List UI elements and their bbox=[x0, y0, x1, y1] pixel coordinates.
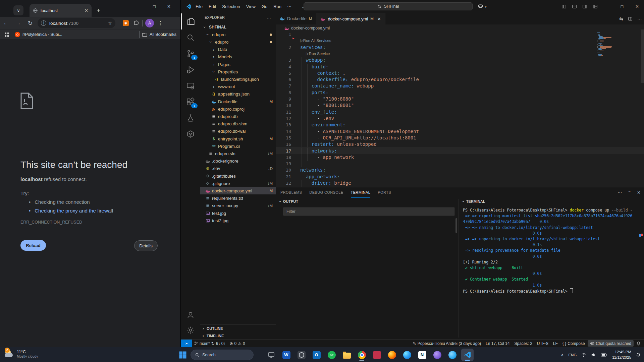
browser-menu-icon[interactable]: ⋮ bbox=[158, 20, 163, 26]
tree-item-edupro-sln[interactable]: edupro.sln↓M bbox=[200, 150, 276, 157]
panel-tab-terminal[interactable]: TERMINAL bbox=[351, 187, 371, 198]
explorer-icon[interactable] bbox=[181, 13, 200, 29]
blue-app-icon[interactable] bbox=[446, 349, 459, 361]
output-section-header[interactable]: › OUTPUT bbox=[280, 199, 298, 203]
tree-item--gitattributes[interactable]: .gitattributes bbox=[200, 172, 276, 180]
edge-app-icon[interactable] bbox=[401, 349, 413, 361]
volume-icon[interactable] bbox=[591, 352, 596, 357]
blame-status[interactable]: ✎ Popescu-Ilioniu Andrei (3 days ago) bbox=[411, 341, 483, 346]
extensions-puzzle-icon[interactable] bbox=[133, 20, 140, 26]
menu-selection[interactable]: Selection bbox=[219, 4, 243, 9]
tree-item-edupro[interactable]: ›edupro bbox=[200, 31, 276, 38]
reload-button[interactable]: ↻ bbox=[24, 20, 36, 27]
remote-explorer-icon[interactable] bbox=[181, 78, 200, 94]
command-center-search[interactable]: SHFinal bbox=[304, 2, 473, 10]
outlook-app-icon[interactable]: O bbox=[310, 349, 323, 361]
tab-close-icon[interactable]: ✕ bbox=[377, 16, 381, 21]
toggle-panel-icon[interactable] bbox=[572, 4, 577, 9]
adblock-extension-icon[interactable]: ✱ bbox=[123, 20, 129, 26]
firefox-app-icon[interactable] bbox=[386, 349, 398, 361]
tree-item-wwwroot[interactable]: ›wwwroot bbox=[200, 83, 276, 90]
explorer-more-icon[interactable]: ⋯ bbox=[267, 15, 271, 20]
remote-indicator[interactable]: >< bbox=[181, 340, 192, 347]
toggle-sidebar-icon[interactable] bbox=[561, 4, 567, 9]
tree-item--gitignore[interactable]: .gitignore↓M bbox=[200, 180, 276, 187]
more-menu-icon[interactable]: ⋯ bbox=[284, 4, 294, 9]
testing-icon[interactable] bbox=[181, 110, 200, 126]
terminal[interactable]: PS C:\Users\Alexis Potoroaca\Desktop\SHF… bbox=[463, 207, 641, 338]
chrome-app-icon[interactable] bbox=[356, 349, 368, 361]
tree-item-edupro-csproj[interactable]: edupro.csproj bbox=[200, 105, 276, 113]
browser-maximize-button[interactable]: □ bbox=[153, 4, 156, 9]
purple-app-icon[interactable] bbox=[431, 349, 443, 361]
photos-app-icon[interactable] bbox=[295, 349, 308, 361]
cursor-position-status[interactable]: Ln 17, Col 14 bbox=[484, 341, 512, 346]
output-filter-input[interactable]: Filter bbox=[283, 207, 454, 216]
profile-avatar[interactable]: A bbox=[145, 19, 154, 27]
vscode-maximize-button[interactable]: □ bbox=[614, 0, 630, 13]
codelens[interactable]: ▷Run All Services bbox=[300, 38, 644, 44]
search-icon[interactable] bbox=[181, 29, 200, 46]
editor-more-icon[interactable]: ⋯ bbox=[637, 16, 642, 21]
taskview-app-icon[interactable] bbox=[265, 349, 277, 361]
copilot-quota-status[interactable]: Chat quota reached bbox=[588, 340, 634, 347]
tree-item-requirements-txt[interactable]: requirements.txt bbox=[200, 195, 276, 202]
tree-item-dockerfile[interactable]: DockerfileM bbox=[200, 98, 276, 105]
docker-icon[interactable] bbox=[181, 126, 200, 142]
editor-tab-docker-compose-yml[interactable]: docker-compose.ymlM✕ bbox=[316, 13, 385, 24]
vscode-minimize-button[interactable]: — bbox=[599, 0, 614, 13]
editor-scrollbar[interactable] bbox=[641, 29, 644, 83]
vscode-close-button[interactable]: ✕ bbox=[630, 0, 644, 13]
clock[interactable]: 12:45 PM 11/12/2025 bbox=[612, 350, 631, 360]
bookmark-item[interactable]: r/Polytehnica - Subi... bbox=[22, 32, 62, 37]
language-indicator[interactable]: ENG bbox=[568, 353, 577, 357]
browser-minimize-button[interactable]: — bbox=[139, 4, 143, 9]
bookmark-star-icon[interactable]: ☆ bbox=[108, 20, 112, 26]
notifications-bell-icon[interactable] bbox=[634, 341, 643, 346]
account-icon[interactable] bbox=[181, 307, 200, 323]
git-branch-status[interactable]: main* ↻ 6↓ 0↑ bbox=[192, 341, 227, 346]
panel-close-icon[interactable]: ✕ bbox=[637, 190, 641, 195]
problems-status[interactable]: ⊗0 ⚠0 bbox=[227, 341, 247, 346]
tree-item-properties[interactable]: ›Properties bbox=[200, 68, 276, 75]
tab-search-button[interactable]: ∨ bbox=[13, 5, 23, 15]
tree-item-test-jpg[interactable]: test.jpg bbox=[200, 209, 276, 217]
open-changes-icon[interactable]: ⇆ bbox=[619, 16, 623, 21]
tree-item-appsettings-json[interactable]: {}appsettings.json bbox=[200, 90, 276, 98]
minimap[interactable] bbox=[597, 29, 625, 66]
back-button[interactable]: ← bbox=[0, 20, 12, 26]
word-app-icon[interactable]: W bbox=[280, 349, 292, 361]
tree-item-pages[interactable]: ›Pages bbox=[200, 61, 276, 68]
vscode-app-icon[interactable] bbox=[461, 349, 474, 361]
tree-item-edupro[interactable]: ›edupro bbox=[200, 38, 276, 46]
eol-status[interactable]: LF bbox=[551, 341, 560, 346]
menu-go[interactable]: Go bbox=[259, 4, 270, 9]
panel-tab-ports[interactable]: PORTS bbox=[378, 187, 391, 198]
tree-item-edupro-db-wal[interactable]: edupro.db-wal bbox=[200, 128, 276, 135]
error-suggestion[interactable]: •Checking the proxy and the firewall bbox=[29, 208, 113, 214]
customize-layout-icon[interactable] bbox=[593, 4, 598, 9]
tree-item-program-cs[interactable]: C#Program.cs bbox=[200, 142, 276, 150]
red-app-icon[interactable] bbox=[371, 349, 383, 361]
address-bar[interactable]: i localhost:7100 ☆ bbox=[38, 18, 115, 28]
spotify-app-icon[interactable] bbox=[325, 349, 338, 361]
copilot-icon[interactable] bbox=[478, 3, 483, 9]
language-mode-status[interactable]: { } Compose bbox=[560, 341, 587, 346]
tab-close-icon[interactable]: ✕ bbox=[85, 8, 88, 13]
copilot-chevron-icon[interactable]: ∨ bbox=[485, 5, 487, 8]
timeline-section[interactable]: ›TIMELINE bbox=[200, 332, 276, 339]
tree-item-launchsettings-json[interactable]: {}launchSettings.json bbox=[200, 75, 276, 83]
tree-item-test2-jpg[interactable]: test2.jpg bbox=[200, 217, 276, 224]
details-button[interactable]: Details bbox=[134, 240, 158, 251]
panel-more-icon[interactable]: ⋯ bbox=[618, 190, 622, 195]
menu-run[interactable]: Run bbox=[270, 4, 284, 9]
menu-edit[interactable]: Edit bbox=[206, 4, 219, 9]
codelens[interactable]: ▷Run Service bbox=[306, 51, 644, 57]
panel-tab-problems[interactable]: PROBLEMS bbox=[280, 187, 302, 198]
menu-view[interactable]: View bbox=[243, 4, 259, 9]
extensions-icon[interactable]: 1 bbox=[181, 94, 200, 110]
panel-tab-debug-console[interactable]: DEBUG CONSOLE bbox=[309, 187, 343, 198]
info-icon[interactable]: i bbox=[41, 20, 46, 26]
outline-section[interactable]: ›OUTLINE bbox=[200, 324, 276, 332]
tray-chevron-icon[interactable]: ∧ bbox=[561, 353, 564, 357]
